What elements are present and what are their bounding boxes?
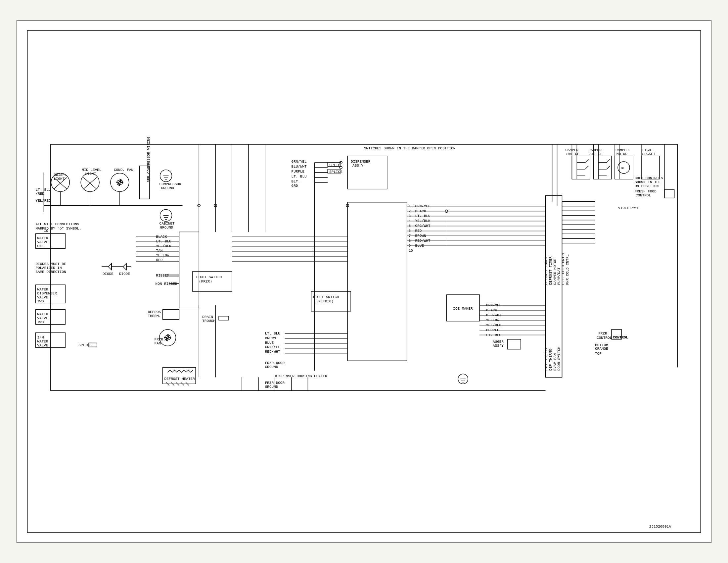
water-valve-one-label3: ONE <box>37 244 44 248</box>
wire-yel-blk: YEL/BLK <box>156 244 171 248</box>
frzr-control-label2: CONTROL <box>597 336 612 340</box>
doc-number: 2J1526901A <box>649 525 671 529</box>
ctrl-fnr-cold: FNR COLD CNTRL <box>566 254 569 285</box>
im-water-valve-label3: VALVE <box>37 344 48 348</box>
fresh-food-label: FRESH FOOD <box>635 189 657 193</box>
compressor-label: SEE COMPRESSOR WIRING <box>147 137 151 182</box>
top-label: TOP <box>595 352 602 356</box>
cold-controls-label: COLD CONTROLS <box>635 176 663 180</box>
bottom-orange-label2: ORANGE <box>595 347 608 351</box>
svg-rect-0 <box>27 30 701 533</box>
cond-fan-label: COND. FAN <box>114 168 133 172</box>
auger-assy-label: AUGER <box>493 340 504 344</box>
switches-note: SWITCHES SHOWN IN THE DAMPER OPEN POSITI… <box>364 146 455 150</box>
diode1-label: DIODE <box>103 272 114 276</box>
diode2-label: DIODE <box>119 272 130 276</box>
damper-motor-label2: MOTOR <box>616 152 627 156</box>
ctrl-defrost-timer: DEFROST TIMER <box>549 256 553 285</box>
svg-line-68 <box>607 159 610 163</box>
defrost-therm-label2: THERM. <box>148 314 161 318</box>
light-switch-frzr-label2: (FRZR) <box>199 279 212 284</box>
wire-connections-note: ALL WIRE CONNECTIONS <box>36 222 79 226</box>
main-connector-box <box>179 232 199 308</box>
splice-label2: SPLICE <box>329 170 342 174</box>
violet-wht-label: VIOLET/WHT <box>618 206 640 210</box>
water-valve-one-label: WATER <box>37 236 48 240</box>
im-water-valve-label: I/M <box>37 336 44 340</box>
disp-wire-purple: PURPLE <box>292 169 305 173</box>
disp-wire-blt: BLT. <box>292 179 300 183</box>
defrost-therm-label: DEFROST <box>148 310 163 314</box>
disp-wire-lt-blu: LT. BLU <box>292 174 307 178</box>
cold-controls-label2: SHOWN IN THE <box>635 180 661 184</box>
light-socket-box <box>641 156 660 179</box>
main-control-connector <box>347 202 407 361</box>
compressor-ground-label: COMPRESSOR <box>159 182 181 186</box>
water-valve-two-label: WATER <box>37 312 48 316</box>
dispenser-assy-label: DISPENSER <box>351 160 371 164</box>
ice-maker-label: ICE MAKER <box>453 307 473 311</box>
wire-lt-blu-red: LT. BLU <box>36 188 51 192</box>
diode1-symbol <box>108 263 112 270</box>
heater-element <box>168 370 193 372</box>
wire-lt-blu-mid: LT. BLU <box>156 239 171 243</box>
wire-tan: TAN <box>156 249 163 253</box>
drain-trough-box <box>219 316 229 320</box>
diodes-note3: SAME DIRECTION <box>36 270 66 274</box>
water-dispenser-label2: DISPENSER <box>37 292 57 296</box>
ctrl-fast-freeze: FAST FREEZE <box>544 347 548 371</box>
light-switch-refrig-label2: (REFRIG) <box>316 300 334 304</box>
damper-motor-label: DAMPER <box>615 148 629 152</box>
cabinet-ground-label: CABINET <box>159 221 175 225</box>
ctrl-defrost-power: DEFROST POWER <box>544 256 548 285</box>
ctrl-damper-motor: DAMPER MOTOR <box>553 258 557 285</box>
wire-red-mid: RED <box>156 258 163 262</box>
light-switch-frzr-box <box>192 271 232 292</box>
disp-wire-blu-wht: BLU/WHT <box>292 164 307 168</box>
dispenser-assy-label2: ASS'Y <box>352 164 363 167</box>
frzr-control-label: FRZR <box>598 332 607 336</box>
cond-fan-symbol <box>111 173 129 192</box>
wire-lt-blu-red2: /RED <box>36 192 45 196</box>
compressor-ground-label2: GROUND <box>161 186 174 190</box>
ctrl-evap-fan: EVAP FAN <box>553 353 557 371</box>
disp-wire-grn-yel: GRN/YEL <box>292 160 307 164</box>
wire-yel-red: YEL/RED <box>36 199 51 203</box>
damper-switch2-label: DAMPER <box>588 148 602 152</box>
control-label: CONTROL <box>613 336 628 340</box>
water-dispenser-label3: VALVE <box>37 296 48 300</box>
drain-trough-label2: TROUGH <box>202 319 215 323</box>
light-socket-label: LIGHT <box>642 148 653 152</box>
water-valve-two-label3: TWO <box>37 320 44 324</box>
ctrl-door-switch: DOOR SWITCH <box>557 347 561 371</box>
cold-controls-label3: ON POSITION <box>635 184 659 188</box>
light-switch-frzr-label: LIGHT SWITCH <box>196 275 222 279</box>
water-valve-one-label2: VALVE <box>37 240 48 244</box>
ribbed-label: RIBBED <box>156 273 169 277</box>
auger-assy-label2: ASS'Y <box>493 344 504 348</box>
ctrl-purp-dat: PURP/DAT <box>557 267 561 285</box>
wire-blue-bot: BLUE <box>265 341 274 345</box>
diagram-content: 2J1526901A SWITCHES SHOWN IN THE DAMPER … <box>17 21 711 542</box>
frzr-door-ground-label4: GROUND <box>265 385 278 389</box>
im-water-valve-label2: WATER <box>37 340 48 344</box>
crisp-light-label: CRISP. <box>54 173 67 177</box>
disp-wire-grd: GRD <box>292 184 298 188</box>
wire-brown-bot: BROWN <box>265 336 276 340</box>
light-switch-refrig-label: LIGHT SWITCH <box>313 295 339 299</box>
terminal-10: 10 <box>409 249 413 253</box>
point-10: 10 <box>44 229 48 233</box>
water-valve-two-label2: VALVE <box>37 316 48 320</box>
diodes-note: DIODES MUST BE <box>36 262 67 266</box>
frzr-door-ground-label: FRZR DOOR <box>265 361 285 365</box>
drain-trough-label: DRAIN <box>202 315 213 319</box>
damper-motor-m: M <box>621 166 624 170</box>
fresh-food-control-box <box>664 190 674 198</box>
defrost-heater-label: DEFROST HEATER <box>164 377 195 381</box>
mid-light-label: MID LEVEL <box>82 168 101 172</box>
frzr-door-ground-label2: GROUND <box>265 365 278 369</box>
mid-light-label2: LIGHT <box>85 172 96 176</box>
auger-assy-box <box>508 340 521 350</box>
frzr-fan-label2: FAN <box>155 342 161 346</box>
damper-switch2-label2: SWITCH <box>589 152 603 156</box>
